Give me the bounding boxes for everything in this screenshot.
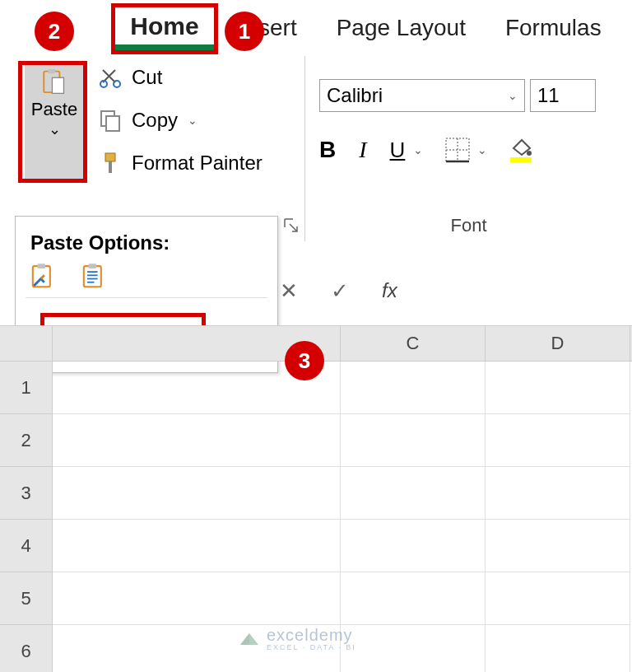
svg-rect-16 bbox=[84, 266, 101, 287]
cell[interactable] bbox=[341, 362, 486, 414]
fill-color-button[interactable] bbox=[510, 138, 532, 162]
svg-rect-6 bbox=[106, 116, 119, 131]
svg-rect-8 bbox=[109, 161, 112, 173]
row-header[interactable]: 6 bbox=[0, 625, 53, 672]
font-name-select[interactable]: Calibri ⌄ bbox=[319, 79, 525, 112]
cell[interactable] bbox=[341, 520, 486, 572]
copy-icon bbox=[99, 109, 122, 132]
chevron-down-icon: ⌄ bbox=[49, 120, 61, 138]
cell[interactable] bbox=[341, 572, 486, 625]
bold-button[interactable]: B bbox=[319, 137, 336, 163]
paste-keep-source-icon[interactable] bbox=[30, 264, 53, 287]
cell[interactable] bbox=[486, 414, 630, 467]
cut-label: Cut bbox=[132, 66, 162, 89]
format-painter-label: Format Painter bbox=[132, 152, 263, 175]
svg-point-4 bbox=[114, 81, 120, 87]
paste-button[interactable]: Paste ⌄ bbox=[25, 64, 84, 180]
tab-home[interactable]: Home bbox=[111, 3, 218, 54]
chevron-down-icon[interactable]: ⌄ bbox=[413, 143, 423, 156]
underline-button[interactable]: U bbox=[390, 138, 406, 163]
format-painter-button[interactable]: Format Painter bbox=[99, 152, 263, 175]
paint-bucket-icon bbox=[510, 138, 532, 156]
formula-bar: ✕ ✓ fx bbox=[280, 270, 632, 311]
borders-button[interactable] bbox=[446, 138, 469, 161]
paintbrush-icon bbox=[99, 152, 122, 175]
svg-rect-15 bbox=[37, 264, 45, 268]
copy-label: Copy bbox=[132, 109, 178, 132]
cell[interactable] bbox=[53, 572, 341, 625]
ribbon-content: Paste ⌄ Cut Copy ⌄ Forma bbox=[0, 56, 632, 241]
chevron-down-icon[interactable]: ⌄ bbox=[477, 143, 487, 156]
cell[interactable] bbox=[486, 362, 630, 414]
copy-button[interactable]: Copy ⌄ bbox=[99, 109, 263, 132]
watermark-brand: exceldemy bbox=[267, 626, 353, 644]
svg-rect-1 bbox=[48, 69, 55, 73]
font-name-value: Calibri bbox=[327, 84, 383, 107]
cell[interactable] bbox=[341, 414, 486, 467]
chevron-down-icon: ⌄ bbox=[508, 89, 518, 102]
cell[interactable] bbox=[341, 467, 486, 520]
cell[interactable] bbox=[486, 572, 630, 625]
watermark-logo-icon bbox=[239, 628, 260, 650]
column-header-d[interactable]: D bbox=[486, 326, 630, 361]
cell[interactable] bbox=[341, 625, 486, 672]
italic-button[interactable]: I bbox=[359, 137, 366, 163]
cell[interactable] bbox=[486, 625, 630, 672]
paste-text-icon[interactable] bbox=[81, 264, 105, 287]
annotation-step-3: 3 bbox=[285, 341, 324, 380]
row-header[interactable]: 2 bbox=[0, 414, 53, 467]
ribbon-tabs: Home sert Page Layout Formulas bbox=[0, 0, 632, 56]
font-group: Calibri ⌄ 11 B I U ⌄ ⌄ bbox=[304, 56, 632, 241]
svg-rect-17 bbox=[88, 264, 96, 268]
fx-button[interactable]: fx bbox=[382, 279, 397, 302]
font-group-label: Font bbox=[305, 215, 632, 236]
tab-home-label: Home bbox=[115, 7, 214, 44]
cell[interactable] bbox=[53, 520, 341, 572]
annotation-step-2: 2 bbox=[35, 12, 74, 51]
chevron-down-icon: ⌄ bbox=[188, 114, 198, 127]
row-header[interactable]: 1 bbox=[0, 362, 53, 414]
fill-color-swatch bbox=[510, 157, 532, 162]
row-header[interactable]: 5 bbox=[0, 572, 53, 625]
cell[interactable] bbox=[486, 467, 630, 520]
svg-rect-7 bbox=[105, 153, 115, 161]
scissors-icon bbox=[99, 66, 122, 89]
clipboard-group: Paste ⌄ Cut Copy ⌄ Forma bbox=[0, 56, 304, 241]
svg-rect-2 bbox=[52, 77, 63, 93]
enter-icon[interactable]: ✓ bbox=[331, 278, 349, 304]
watermark: exceldemy EXCEL · DATA · BI bbox=[239, 626, 356, 651]
watermark-tagline: EXCEL · DATA · BI bbox=[267, 643, 356, 651]
select-all-corner[interactable] bbox=[0, 326, 53, 361]
svg-point-13 bbox=[527, 151, 532, 156]
clipboard-actions: Cut Copy ⌄ Format Painter bbox=[99, 66, 263, 175]
tab-page-layout[interactable]: Page Layout bbox=[317, 0, 486, 56]
cut-button[interactable]: Cut bbox=[99, 66, 263, 89]
cell[interactable] bbox=[486, 520, 630, 572]
row-header[interactable]: 3 bbox=[0, 467, 53, 520]
font-size-value: 11 bbox=[537, 84, 560, 107]
clipboard-icon bbox=[43, 71, 66, 94]
tab-formulas[interactable]: Formulas bbox=[486, 0, 621, 56]
cell[interactable] bbox=[53, 467, 341, 520]
clipboard-dialog-launcher[interactable] bbox=[283, 217, 301, 236]
tab-home-underline bbox=[115, 44, 214, 50]
font-size-select[interactable]: 11 bbox=[530, 79, 596, 112]
cell[interactable] bbox=[53, 414, 341, 467]
paste-options-header: Paste Options: bbox=[30, 231, 267, 254]
cancel-icon[interactable]: ✕ bbox=[280, 278, 298, 304]
row-header[interactable]: 4 bbox=[0, 520, 53, 572]
paste-label: Paste bbox=[31, 99, 77, 120]
annotation-step-1: 1 bbox=[225, 12, 264, 51]
column-header-c[interactable]: C bbox=[341, 326, 486, 361]
